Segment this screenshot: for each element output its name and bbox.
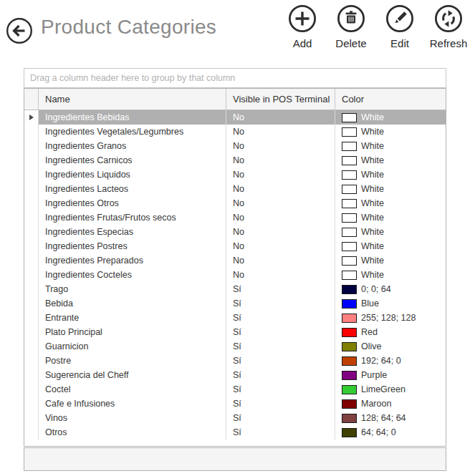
row-indicator-cell <box>24 239 39 253</box>
cell-visible: Sí <box>226 339 335 354</box>
row-indicator-header-cell <box>24 89 39 110</box>
cell-visible: Sí <box>226 425 335 439</box>
color-swatch <box>342 371 357 380</box>
color-label: White <box>361 268 384 282</box>
column-header-visible[interactable]: Visible in POS Terminal <box>226 89 335 110</box>
grid-row[interactable]: Ingredientes Postres No White <box>24 239 446 253</box>
grid-row[interactable]: Entrante Sí 255; 128; 128 <box>24 311 446 325</box>
grid-row[interactable]: Trago Sí 0; 0; 64 <box>24 282 446 296</box>
cell-color: Purple <box>335 368 446 382</box>
cell-color: White <box>335 239 446 253</box>
grid-row[interactable]: Ingredientes Otros No White <box>24 196 446 210</box>
color-swatch <box>342 170 357 180</box>
row-indicator-cell <box>24 268 39 282</box>
row-indicator-cell <box>24 311 39 325</box>
cell-color: White <box>335 268 446 282</box>
color-swatch <box>342 328 357 337</box>
cell-name: Bebida <box>39 296 226 311</box>
group-by-drop-zone[interactable]: Drag a column header here to group by th… <box>24 68 446 88</box>
grid-row[interactable]: Ingredientes Preparados No White <box>24 253 446 268</box>
column-header-name[interactable]: Name <box>39 89 226 110</box>
color-swatch <box>342 271 357 280</box>
grid-row[interactable]: Ingredientes Frutas/Frutos secos No Whit… <box>24 210 446 225</box>
grid-row[interactable]: Bebida Sí Blue <box>24 296 446 311</box>
grid-row[interactable]: Ingredientes Liquidos No White <box>24 167 446 182</box>
cell-color: White <box>335 153 446 167</box>
cell-name: Ingredientes Liquidos <box>39 167 226 182</box>
color-swatch <box>342 285 357 294</box>
color-swatch <box>342 142 357 151</box>
grid-row[interactable]: Cafe e Infusiones Sí Maroon <box>24 397 446 411</box>
grid-row[interactable]: Guarnicion Sí Olive <box>24 339 446 354</box>
grid-row[interactable]: Otros Sí 64; 64; 0 <box>24 425 446 439</box>
delete-button[interactable]: Delete <box>330 4 373 49</box>
cell-visible: No <box>226 239 335 253</box>
row-indicator-cell <box>24 225 39 239</box>
grid-row[interactable]: Ingredientes Carnicos No White <box>24 153 446 167</box>
edit-button-label: Edit <box>390 37 409 49</box>
grid-row[interactable]: Ingredientes Vegetales/Legumbres No Whit… <box>24 125 446 139</box>
cell-name: Trago <box>39 282 226 296</box>
row-indicator-cell <box>24 210 39 225</box>
color-swatch <box>342 256 357 266</box>
edit-button[interactable]: Edit <box>378 4 421 49</box>
cell-name: Coctel <box>39 382 226 397</box>
row-indicator-cell <box>24 339 39 354</box>
row-indicator-cell <box>24 425 39 439</box>
row-indicator-cell <box>24 411 39 425</box>
grid-row[interactable]: Postre Sí 192; 64; 0 <box>24 354 446 368</box>
grid-row[interactable]: Ingredientes Bebidas No White <box>24 110 446 125</box>
column-header-color[interactable]: Color <box>335 89 446 110</box>
grid-row[interactable]: Coctel Sí LimeGreen <box>24 382 446 397</box>
cell-color: White <box>335 125 446 139</box>
grid-row[interactable]: Ingredientes Lacteos No White <box>24 182 446 196</box>
grid-header-row: Name Visible in POS Terminal Color <box>24 89 446 110</box>
grid-row[interactable]: Ingredientes Especias No White <box>24 225 446 239</box>
color-label: White <box>361 253 384 268</box>
cell-name: Ingredientes Bebidas <box>39 110 226 125</box>
cell-name: Ingredientes Postres <box>39 239 226 253</box>
cell-color: 64; 64; 0 <box>335 425 446 439</box>
refresh-button-label: Refresh <box>430 37 468 49</box>
color-label: Red <box>361 325 378 339</box>
color-swatch <box>342 228 357 237</box>
color-label: White <box>361 125 384 139</box>
cell-name: Ingredientes Carnicos <box>39 153 226 167</box>
cell-visible: No <box>226 110 335 125</box>
grid-row[interactable]: Vinos Sí 128; 64; 64 <box>24 411 446 425</box>
grid-row[interactable]: Sugerencia del Cheff Sí Purple <box>24 368 446 382</box>
grid-body: Ingredientes Bebidas No White Ingredient… <box>24 110 446 439</box>
cell-visible: Sí <box>226 282 335 296</box>
refresh-button[interactable]: Refresh <box>427 4 470 49</box>
row-indicator-cell <box>24 397 39 411</box>
row-indicator-cell <box>24 282 39 296</box>
grid-row[interactable]: Ingredientes Cocteles No White <box>24 268 446 282</box>
add-button[interactable]: Add <box>281 4 324 49</box>
row-indicator-cell <box>24 296 39 311</box>
row-indicator-cell <box>24 125 39 139</box>
cell-visible: No <box>226 153 335 167</box>
color-label: White <box>361 182 384 196</box>
cell-visible: Sí <box>226 354 335 368</box>
cell-color: LimeGreen <box>335 382 446 397</box>
cell-name: Sugerencia del Cheff <box>39 368 226 382</box>
color-label: 64; 64; 0 <box>361 425 396 439</box>
cell-visible: Sí <box>226 296 335 311</box>
add-circle-icon <box>287 4 317 36</box>
color-label: 0; 0; 64 <box>361 282 391 296</box>
top-bar: Product Categories Add <box>0 0 470 68</box>
cell-visible: No <box>226 182 335 196</box>
cell-color: White <box>335 167 446 182</box>
grid-row[interactable]: Ingredientes Granos No White <box>24 139 446 153</box>
cell-color: White <box>335 182 446 196</box>
delete-button-label: Delete <box>335 37 366 49</box>
cell-visible: Sí <box>226 311 335 325</box>
cell-name: Postre <box>39 354 226 368</box>
row-indicator-cell <box>24 368 39 382</box>
cell-name: Guarnicion <box>39 339 226 354</box>
grid-row[interactable]: Plato Principal Sí Red <box>24 325 446 339</box>
back-button[interactable] <box>6 17 33 44</box>
cell-color: White <box>335 139 446 153</box>
refresh-circle-icon <box>433 4 464 36</box>
row-indicator-cell <box>24 153 39 167</box>
